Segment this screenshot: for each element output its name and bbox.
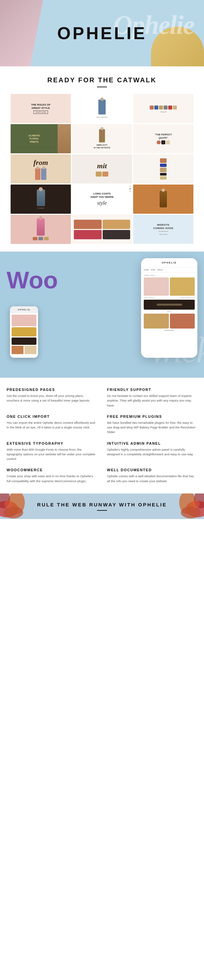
product-1 (150, 105, 153, 110)
screenshot-pink-fashion (11, 215, 71, 244)
mi-1 (96, 172, 102, 177)
simplicity-heading: SIMPLICITYIS THE KEYNOTE (94, 144, 110, 149)
feature-woo-title: WOOCOMMERCE (6, 468, 97, 472)
dark-label: Collection (37, 207, 44, 209)
feature-documented: WELL DOCUMENTED Ophelie comes with a wel… (107, 468, 198, 484)
feature-admin-text: Ophelie's highly comprehensive admin pan… (107, 447, 198, 457)
phone-content: HOME / SHOP ANKLE BOOT BODY NECKLACE BEL… (141, 272, 198, 333)
features-grid: PREDESIGNED PAGES Get the crowd to know … (6, 388, 198, 484)
ss-heading: THE RULES OFGREAT STYLE (31, 103, 51, 110)
screenshot-quote: "THE PERFECTQUOTE" (133, 124, 193, 153)
catwalk-title: READY FOR THE CATWALK (6, 76, 198, 84)
qp-1 (157, 140, 161, 144)
screenshot-row-4: Collection LONG COATSKEEP YOU WARM style (11, 185, 193, 214)
pp-1 (33, 237, 38, 240)
phone-header: OPHELIE (141, 258, 198, 267)
ss-label-2: Shop All (160, 111, 166, 113)
pp-2 (38, 237, 43, 240)
woo-text: Woo (6, 267, 58, 293)
pv-5 (160, 176, 166, 180)
feature-docs-title: WELL DOCUMENTED (107, 468, 198, 472)
hb-3 (74, 230, 102, 239)
catwalk-divider (97, 87, 107, 87)
home-indicator (164, 330, 174, 331)
cs-divider (158, 231, 168, 232)
feature-friendly-support: FRIENDLY SUPPORT Do not hesitate to cont… (107, 388, 198, 408)
feature-oneclick-title: ONE CLICK IMPORT (6, 415, 97, 418)
nav-home: HOME (144, 269, 149, 271)
feature-friendly-title: FRIENDLY SUPPORT (107, 388, 198, 391)
pv-3 (160, 168, 166, 172)
footer-section: RULE THE WEB RUNWAY WITH OPHELIE (0, 493, 204, 519)
feature-plugins-title: FREE PREMIUM PLUGINS (107, 415, 198, 418)
hero-woman-decoration (0, 0, 43, 66)
product-5 (168, 105, 172, 110)
product-4 (164, 105, 168, 110)
phone-mockup: OPHELIE HOME SHOP ABOUT HOME / SHOP ANKL… (141, 258, 198, 358)
label-necklace: BODY NECKLACE (181, 297, 195, 299)
svg-point-3 (3, 506, 23, 519)
feature-docs-text: Ophelie comes with a well-detailed docum… (107, 474, 198, 484)
cs-sub: Stay tuned (159, 233, 167, 235)
feature-predesigned: PREDESIGNED PAGES Get the crowd to know … (6, 388, 97, 408)
screenshot-row-1: THE RULES OFGREAT STYLE SHOP NOW New Col… (11, 94, 193, 123)
nav-shop: SHOP (151, 269, 155, 271)
mit-items (96, 172, 108, 177)
ss-button: SHOP NOW (33, 110, 48, 114)
pv-4 (160, 173, 166, 175)
nav-about: ABOUT (157, 269, 163, 271)
screenshot-row-5: WEBSITECOMING SOON Stay tuned (11, 215, 193, 244)
sp-product-grid (12, 346, 36, 354)
dark-figure (37, 189, 45, 206)
pv-1 (160, 158, 166, 163)
woo-logo: Woo (6, 268, 58, 292)
breadcrumb: HOME / SHOP (144, 274, 195, 277)
screenshot-coming-soon: WEBSITECOMING SOON Stay tuned (133, 215, 193, 244)
coats-heading: LONG COATSKEEP YOU WARM (91, 192, 114, 199)
coming-soon-text: WEBSITECOMING SOON (153, 223, 174, 230)
floral-heading: ULTIMATEFLORALPRINTS (28, 134, 40, 143)
screenshot-handbags (72, 215, 132, 244)
screenshot-mit: mit (72, 154, 132, 183)
screenshot-long-coats: LONG COATSKEEP YOU WARM style (72, 185, 132, 214)
quote-products (157, 140, 170, 144)
screenshot-rules-style: THE RULES OFGREAT STYLE SHOP NOW (11, 94, 71, 123)
svg-point-8 (181, 506, 201, 519)
pink-figure (37, 218, 45, 235)
ss-label: New Collection (96, 116, 107, 118)
screenshot-row-2: ULTIMATEFLORALPRINTS SIMPLICITYIS THE KE… (11, 124, 193, 153)
hb-1 (74, 220, 102, 229)
belt-label: BELT (144, 310, 195, 312)
handbag-grid (74, 220, 130, 239)
feature-predesigned-text: Get the crowd to know you, show off your… (6, 394, 97, 403)
hero-title: OPHELIE (57, 23, 147, 43)
phone-more-products (144, 313, 195, 329)
feature-one-click: ONE CLICK IMPORT You can import the enti… (6, 415, 97, 435)
feature-admin-title: INTUITIVE ADMIN PANEL (107, 441, 198, 445)
fig-b (41, 168, 46, 180)
small-phone-content (10, 313, 38, 356)
phone-nav: HOME SHOP ABOUT (141, 267, 198, 272)
screenshot-row-3: from mit (11, 154, 193, 183)
feature-woo-text: Create your shop with ease and in no tim… (6, 474, 97, 484)
phone-product-grid (144, 277, 195, 296)
qp-3 (166, 140, 170, 144)
screenshot-products: Shop All (133, 94, 193, 123)
sp-p1 (12, 346, 24, 354)
footer-title: RULE THE WEB RUNWAY WITH OPHELIE (6, 502, 198, 508)
screenshots-wrapper: THE RULES OFGREAT STYLE SHOP NOW New Col… (6, 94, 198, 244)
coats-script: style (97, 200, 107, 206)
phone-prod-3 (144, 313, 169, 329)
screenshot-from: from (11, 154, 71, 183)
nav-dots (130, 186, 131, 192)
screenshot-products-vertical (133, 154, 193, 183)
from-figures (35, 168, 46, 180)
hero-section: OPHELIE Ophelie (0, 0, 204, 66)
belt-strap (157, 304, 182, 305)
feature-woocommerce: WOOCOMMERCE Create your shop with ease a… (6, 468, 97, 484)
quote-text: "THE PERFECTQUOTE" (155, 133, 172, 139)
screenshot-tan-fashion (133, 185, 193, 214)
fashion-figure-icon (98, 100, 106, 115)
product-3 (159, 105, 163, 110)
tan-figure (160, 191, 167, 207)
